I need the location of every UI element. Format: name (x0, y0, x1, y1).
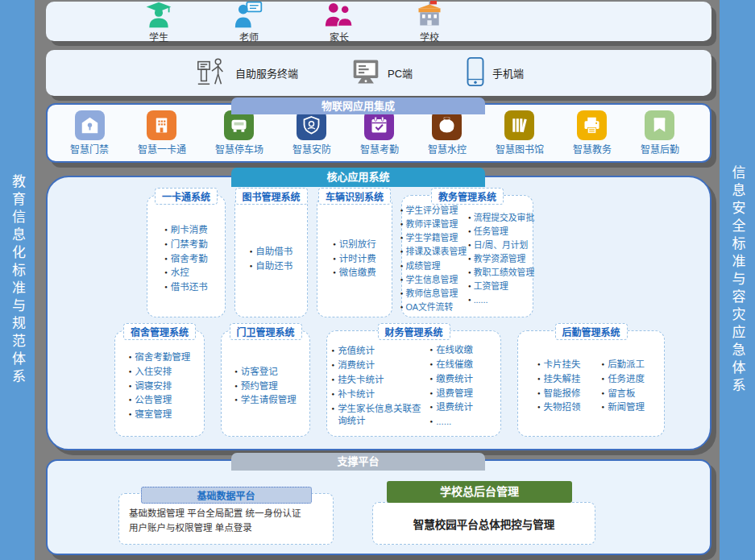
bullet-icon: ● (400, 263, 404, 270)
iot-item-智慧图书馆: 智慧图书馆 (496, 110, 544, 156)
subsystem-box-教务管理系统: 教务管理系统●学生评分管理●教师评课管理●学生学籍管理●排课及课表管理●成绩管理… (401, 195, 533, 317)
base-platform-line: 基础数据管理 平台全局配置 统一身份认证 (129, 507, 326, 521)
subsystem-box-图书管理系统: 图书管理系统●自助借书●自助还书 (234, 195, 308, 317)
bullet-icon: ● (164, 256, 168, 263)
subsystem-column: ●刷卡消费●门禁考勤●宿舍考勤●水控●借书还书 (164, 224, 208, 294)
subsystem-columns: ●卡片挂失●挂失解挂●智能报修●失物招领●后勤派工●任务进度●留言板●新闻管理 (518, 331, 664, 436)
subsystem-title: 车辆识别系统 (318, 188, 391, 205)
bullet-icon: ● (602, 404, 605, 411)
subsystem-item: ●补卡统计 (332, 388, 427, 400)
subsystem-item-label: 任务管理 (474, 226, 508, 237)
bullet-icon: ● (468, 297, 471, 304)
subsystem-title: 宿舍管理系统 (123, 323, 196, 340)
school-backend-content-box: 智慧校园平台总体把控与管理 (372, 502, 595, 545)
subsystem-item: ●排课及课表管理 (400, 246, 467, 257)
user-item-学生: 学生 (131, 0, 187, 44)
subsystem-item-label: ...... (474, 294, 488, 305)
subsystem-item: ●任务管理 (468, 226, 534, 237)
subsystem-item-label: 自助还书 (255, 260, 292, 272)
bullet-icon: ● (430, 419, 434, 425)
subsystem-column: ●识别放行●计时计费●微信缴费 (333, 239, 376, 280)
subsystem-item-label: 失物招领 (544, 401, 581, 413)
academic-icon (577, 110, 607, 140)
bullet-icon: ● (129, 355, 132, 361)
subsystem-item-label: 识别放行 (339, 239, 376, 251)
subsystem-item-label: 自助借书 (255, 246, 292, 258)
iot-item-智慧水控: 智慧水控 (428, 110, 467, 156)
bullet-icon: ● (234, 384, 238, 390)
subsystem-item-label: 公告管理 (135, 394, 172, 406)
user-label: 学生 (149, 30, 168, 44)
subsystem-item: ●计时计费 (333, 253, 376, 265)
bullet-icon: ● (333, 270, 336, 276)
bullet-icon: ● (602, 376, 605, 383)
subsystem-item: ●调寝安排 (129, 380, 191, 392)
bullet-icon: ● (332, 348, 335, 355)
subsystem-item-label: 教学资源管理 (474, 253, 526, 264)
subsystem-item-label: 宿舍考勤管理 (135, 351, 190, 363)
bullet-icon: ● (129, 397, 132, 404)
subsystem-item: ●自助还书 (250, 260, 293, 272)
core-subsystems-row-1: 一卡通系统●刷卡消费●门禁考勤●宿舍考勤●水控●借书还书图书管理系统●自助借书●… (147, 195, 533, 317)
bullet-icon: ● (234, 369, 238, 375)
library-icon (504, 110, 534, 140)
iot-section-header: 物联网应用集成 (231, 97, 485, 114)
subsystem-item: ●新闻管理 (602, 401, 645, 413)
student-icon (144, 0, 173, 29)
subsystem-title: 财务管理系统 (377, 323, 450, 340)
support-platform-section: 支撑平台 基础数据平台 基础数据管理 平台全局配置 统一身份认证用户账户与权限管… (46, 459, 711, 555)
parking-icon (224, 110, 254, 140)
subsystem-title: 一卡通系统 (155, 188, 218, 205)
subsystem-item: ●公告管理 (129, 394, 191, 406)
bullet-icon: ● (400, 305, 404, 311)
bullet-icon: ● (430, 391, 434, 397)
subsystem-item: ●学生信息管理 (400, 274, 467, 285)
subsystem-item-label: OA文件流转 (405, 301, 453, 313)
subsystem-item-label: 教职工绩效管理 (474, 267, 535, 278)
iot-icon-row: 智慧门禁智慧一卡通智慧停车场智慧安防智慧考勤智慧水控智慧图书馆智慧教务智慧后勤 (48, 110, 710, 156)
right-security-bar: 信息安全标准与容灾应急体系 (720, 0, 755, 560)
subsystem-item-label: 成绩管理 (405, 260, 440, 272)
terminals-row: 自助服务终端PC端手机端 (46, 50, 711, 96)
onecard-icon (147, 110, 176, 140)
bullet-icon: ● (332, 406, 335, 413)
subsystem-item: ●教师评课管理 (400, 218, 467, 230)
base-platform-line: 用户账户与权限管理 单点登录 (129, 521, 326, 536)
subsystem-item-label: 预约管理 (241, 380, 278, 392)
subsystem-item-label: 学生家长信息关联查询统计 (338, 403, 426, 427)
subsystem-title: 图书管理系统 (234, 188, 307, 205)
subsystem-item-label: 排课及课表管理 (405, 246, 467, 257)
terminal-label: 手机端 (492, 65, 524, 81)
subsystem-item-label: 工资管理 (474, 280, 508, 292)
users-row: 学生老师家长学校 (46, 2, 711, 41)
subsystem-item-label: 借书还书 (171, 281, 208, 293)
iot-item-智慧考勤: 智慧考勤 (360, 110, 399, 156)
subsystem-item: ●在线收缴 (430, 344, 496, 356)
iot-label: 智慧考勤 (360, 142, 399, 156)
subsystem-columns: ●学生评分管理●教师评课管理●学生学籍管理●排课及课表管理●成绩管理●学生信息管… (402, 196, 533, 317)
iot-item-智慧门禁: 智慧门禁 (70, 110, 109, 156)
bullet-icon: ● (400, 222, 404, 228)
bullet-icon: ● (250, 263, 253, 270)
water-icon (432, 110, 462, 140)
door-access-icon (75, 110, 105, 140)
subsystem-title: 教务管理系统 (431, 188, 504, 205)
parents-icon (325, 0, 354, 29)
terminal-label: 自助服务终端 (235, 65, 298, 81)
iot-item-智慧一卡通: 智慧一卡通 (138, 110, 186, 156)
subsystem-item: ●教师信息管理 (400, 288, 467, 299)
iot-label: 智慧停车场 (215, 142, 263, 156)
school-backend-content: 智慧校园平台总体把控与管理 (413, 516, 555, 532)
subsystem-item: ●预约管理 (234, 380, 297, 392)
subsystem-item: ●学生评分管理 (400, 205, 467, 216)
subsystem-item-label: 新闻管理 (608, 401, 645, 413)
bullet-icon: ● (400, 235, 404, 242)
subsystem-item-label: 计时计费 (339, 253, 376, 265)
iot-item-智慧安防: 智慧安防 (292, 110, 331, 156)
subsystem-item: ●教学资源管理 (468, 253, 534, 264)
core-section-header: 核心应用系统 (231, 168, 485, 187)
bullet-icon: ● (332, 392, 335, 398)
bullet-icon: ● (129, 412, 132, 418)
subsystem-item: ●学生请假管理 (234, 394, 297, 406)
bullet-icon: ● (332, 377, 335, 384)
